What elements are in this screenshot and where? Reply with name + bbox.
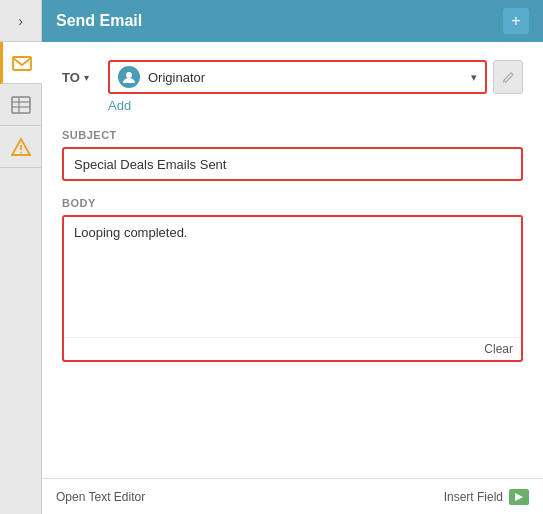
- body-textarea-wrapper: Looping completed. Clear: [62, 215, 523, 362]
- add-recipient-link[interactable]: Add: [108, 98, 523, 113]
- body-group: BODY Looping completed. Clear: [62, 197, 523, 362]
- subject-label: SUBJECT: [62, 129, 523, 141]
- to-dropdown[interactable]: Originator ▾: [108, 60, 487, 94]
- to-chevron-icon: ▾: [84, 72, 89, 83]
- to-edit-button[interactable]: [493, 60, 523, 94]
- table-icon: [11, 95, 31, 115]
- insert-field-wrapper: Insert Field: [444, 489, 529, 505]
- svg-rect-0: [13, 57, 31, 70]
- clear-button[interactable]: Clear: [484, 342, 513, 356]
- warning-icon: [11, 137, 31, 157]
- originator-avatar: [118, 66, 140, 88]
- sidebar-item-email[interactable]: [0, 42, 42, 84]
- add-button[interactable]: +: [503, 8, 529, 34]
- open-text-editor-link[interactable]: Open Text Editor: [56, 490, 145, 504]
- main-panel: Send Email + TO ▾: [42, 0, 543, 514]
- insert-field-label: Insert Field: [444, 490, 503, 504]
- bottom-bar: Open Text Editor Insert Field: [42, 478, 543, 514]
- sidebar-collapse-button[interactable]: ›: [0, 0, 42, 42]
- subject-group: SUBJECT: [62, 129, 523, 181]
- sidebar-item-table[interactable]: [0, 84, 42, 126]
- to-select-row: Originator ▾: [108, 60, 523, 94]
- email-icon: [12, 53, 32, 73]
- subject-input[interactable]: [62, 147, 523, 181]
- to-row: TO ▾ Originator ▾: [62, 60, 523, 113]
- dropdown-chevron-icon: ▾: [471, 71, 477, 84]
- sidebar-item-warning[interactable]: [0, 126, 42, 168]
- header: Send Email +: [42, 0, 543, 42]
- sidebar: ›: [0, 0, 42, 514]
- svg-rect-1: [12, 97, 30, 113]
- pencil-icon: [502, 71, 515, 84]
- to-label: TO: [62, 70, 80, 85]
- insert-field-button[interactable]: [509, 489, 529, 505]
- svg-marker-10: [515, 493, 523, 501]
- to-select-wrapper: Originator ▾ Add: [108, 60, 523, 113]
- to-label-wrapper: TO ▾: [62, 60, 98, 85]
- chevron-right-icon: ›: [18, 13, 23, 29]
- body-label: BODY: [62, 197, 523, 209]
- content-area: TO ▾ Originator ▾: [42, 42, 543, 478]
- svg-point-8: [126, 72, 132, 78]
- to-dropdown-value: Originator: [148, 70, 463, 85]
- person-icon: [122, 70, 136, 84]
- body-textarea[interactable]: Looping completed.: [64, 217, 521, 337]
- svg-point-7: [20, 151, 22, 153]
- arrow-right-icon: [513, 491, 525, 503]
- textarea-footer: Clear: [64, 337, 521, 360]
- page-title: Send Email: [56, 12, 142, 30]
